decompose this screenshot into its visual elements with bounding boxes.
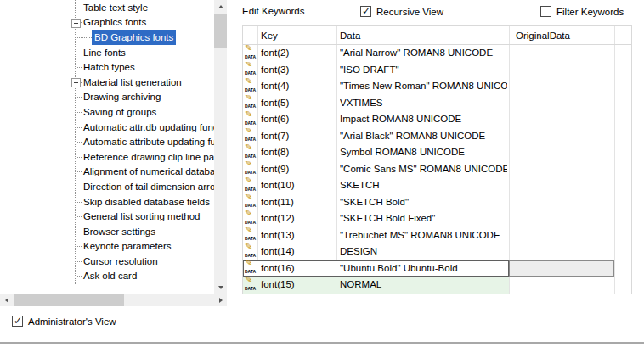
pencil-data-icon[interactable]: DATA bbox=[244, 162, 257, 176]
collapse-box-icon[interactable] bbox=[71, 19, 81, 28]
column-header-originaldata[interactable]: OriginalData bbox=[516, 26, 570, 45]
checkbox-box-icon[interactable] bbox=[540, 6, 551, 17]
recursive-view-checkbox[interactable]: Recursive View bbox=[360, 5, 443, 18]
pencil-data-icon[interactable]: DATA bbox=[244, 212, 257, 226]
data-cell[interactable]: "Times New Roman" ROMAN8 UNICO... bbox=[340, 78, 507, 95]
data-cell[interactable]: SKETCH bbox=[340, 177, 507, 194]
vertical-scroll-thumb[interactable] bbox=[214, 14, 227, 48]
pencil-data-icon[interactable]: DATA bbox=[244, 47, 257, 60]
data-cell[interactable]: VXTIMES bbox=[340, 95, 507, 112]
key-cell[interactable]: font(6) bbox=[261, 111, 336, 128]
table-row[interactable]: DATAfont(4)"Times New Roman" ROMAN8 UNIC… bbox=[243, 78, 631, 95]
table-row[interactable]: DATAfont(15)NORMAL bbox=[243, 277, 631, 294]
data-cell[interactable]: "Arial Narrow" ROMAN8 UNICODE bbox=[340, 45, 507, 62]
table-row[interactable]: DATAfont(16)"Ubuntu Bold" Ubuntu-Bold bbox=[243, 260, 631, 277]
tree-item[interactable]: Saving of groups bbox=[0, 104, 214, 120]
tree-item[interactable]: BD Graphics fonts bbox=[0, 30, 214, 45]
scroll-up-icon[interactable] bbox=[214, 0, 227, 13]
tree-item[interactable]: Browser settings bbox=[0, 224, 214, 239]
table-row[interactable]: DATAfont(13)"Trebuchet MS" ROMAN8 UNICOD… bbox=[243, 227, 631, 244]
pencil-data-icon[interactable]: DATA bbox=[244, 113, 257, 126]
key-cell[interactable]: font(10) bbox=[261, 177, 336, 194]
tree-vertical-scrollbar[interactable] bbox=[214, 0, 227, 294]
data-cell[interactable]: "SKETCH Bold Fixed" bbox=[340, 210, 507, 227]
data-cell[interactable]: "Arial Black" ROMAN8 UNICODE bbox=[340, 128, 507, 145]
checkbox-box-icon[interactable] bbox=[12, 316, 23, 327]
data-cell[interactable]: "Ubuntu Bold" Ubuntu-Bold bbox=[340, 260, 507, 277]
tree-item[interactable]: Hatch types bbox=[0, 59, 214, 75]
key-cell[interactable]: font(5) bbox=[261, 95, 336, 112]
tree-item[interactable]: Table text style bbox=[0, 0, 214, 15]
originaldata-cell[interactable] bbox=[512, 111, 613, 128]
filter-keywords-checkbox[interactable]: Filter Keywords bbox=[540, 5, 624, 18]
originaldata-cell[interactable] bbox=[512, 177, 613, 194]
table-row[interactable]: DATAfont(9)"Comic Sans MS" ROMAN8 UNICOD… bbox=[243, 161, 631, 178]
tree-item[interactable]: Skip disabled database fields bbox=[0, 194, 214, 210]
tree-item[interactable]: Cursor resolution bbox=[0, 254, 214, 269]
pencil-data-icon[interactable]: DATA bbox=[244, 228, 257, 242]
tree-item[interactable]: Reference drawing clip line para bbox=[0, 149, 214, 165]
pencil-data-icon[interactable]: DATA bbox=[244, 261, 257, 275]
key-cell[interactable]: font(14) bbox=[261, 243, 336, 260]
originaldata-cell[interactable] bbox=[512, 260, 613, 277]
data-cell[interactable]: Symbol ROMAN8 UNICODE bbox=[340, 144, 507, 161]
key-cell[interactable]: font(8) bbox=[261, 144, 336, 161]
key-cell[interactable]: font(12) bbox=[261, 210, 336, 227]
tree-item[interactable]: Material list generation bbox=[0, 75, 214, 90]
tree-item[interactable]: Ask old card bbox=[0, 269, 214, 284]
data-cell[interactable]: DESIGN bbox=[340, 243, 507, 260]
table-row[interactable]: DATAfont(3)"ISO DRAFT" bbox=[243, 62, 631, 79]
pencil-data-icon[interactable]: DATA bbox=[244, 96, 257, 109]
table-row[interactable]: DATAfont(14)DESIGN bbox=[243, 243, 631, 260]
pencil-data-icon[interactable]: DATA bbox=[244, 80, 257, 93]
data-cell[interactable]: "ISO DRAFT" bbox=[340, 62, 507, 79]
administrators-view-checkbox[interactable]: Administrator's View bbox=[12, 315, 116, 327]
tree-item[interactable]: Alignment of numerical databas bbox=[0, 165, 214, 180]
pencil-data-icon[interactable]: DATA bbox=[244, 179, 257, 193]
originaldata-cell[interactable] bbox=[512, 210, 613, 227]
tree-item[interactable]: Direction of tail dimension arrow bbox=[0, 179, 214, 194]
scroll-right-icon[interactable] bbox=[214, 294, 227, 306]
table-row[interactable]: DATAfont(2)"Arial Narrow" ROMAN8 UNICODE bbox=[243, 45, 631, 62]
originaldata-cell[interactable] bbox=[512, 95, 613, 112]
table-row[interactable]: DATAfont(11)"SKETCH Bold" bbox=[243, 194, 631, 211]
data-cell[interactable]: Impact ROMAN8 UNICODE bbox=[340, 111, 507, 128]
table-row[interactable]: DATAfont(5)VXTIMES bbox=[243, 95, 631, 112]
tree-item[interactable]: Graphics fonts bbox=[0, 15, 214, 31]
key-cell[interactable]: font(13) bbox=[261, 227, 336, 244]
key-cell[interactable]: font(7) bbox=[261, 128, 336, 145]
key-cell[interactable]: font(9) bbox=[261, 161, 336, 178]
table-row[interactable]: DATAfont(12)"SKETCH Bold Fixed" bbox=[243, 210, 631, 227]
key-cell[interactable]: font(4) bbox=[261, 78, 336, 95]
pencil-data-icon[interactable]: DATA bbox=[244, 129, 257, 143]
tree-item[interactable]: Keynote parameters bbox=[0, 239, 214, 255]
horizontal-scroll-thumb[interactable] bbox=[14, 294, 124, 306]
table-row[interactable]: DATAfont(8)Symbol ROMAN8 UNICODE bbox=[243, 144, 631, 161]
table-row[interactable]: DATAfont(7)"Arial Black" ROMAN8 UNICODE bbox=[243, 128, 631, 145]
tree-item[interactable]: Automatic attribute updating fu bbox=[0, 134, 214, 149]
pencil-data-icon[interactable]: DATA bbox=[244, 245, 257, 259]
originaldata-cell[interactable] bbox=[512, 161, 613, 178]
data-cell[interactable]: "Comic Sans MS" ROMAN8 UNICODE bbox=[340, 161, 507, 178]
key-cell[interactable]: font(16) bbox=[261, 260, 336, 277]
expand-box-icon[interactable] bbox=[71, 78, 81, 87]
originaldata-cell[interactable] bbox=[512, 128, 613, 145]
key-cell[interactable]: font(11) bbox=[261, 194, 336, 211]
pencil-data-icon[interactable]: DATA bbox=[244, 195, 257, 209]
scroll-down-icon[interactable] bbox=[214, 281, 227, 294]
originaldata-cell[interactable] bbox=[512, 194, 613, 211]
tree-horizontal-scrollbar[interactable] bbox=[0, 294, 227, 306]
data-cell[interactable]: "Trebuchet MS" ROMAN8 UNICODE bbox=[340, 227, 507, 244]
column-header-key[interactable]: Key bbox=[261, 26, 278, 45]
key-cell[interactable]: font(2) bbox=[261, 45, 336, 62]
originaldata-cell[interactable] bbox=[512, 144, 613, 161]
originaldata-cell[interactable] bbox=[512, 243, 613, 260]
tree-item[interactable]: General list sorting method bbox=[0, 209, 214, 224]
originaldata-cell[interactable] bbox=[512, 45, 613, 62]
tree-item[interactable]: Drawing archiving bbox=[0, 90, 214, 105]
originaldata-cell[interactable] bbox=[512, 62, 613, 79]
tree-item[interactable]: Automatic attr.db updating func bbox=[0, 120, 214, 135]
data-cell[interactable]: NORMAL bbox=[340, 277, 507, 294]
data-cell[interactable]: "SKETCH Bold" bbox=[340, 194, 507, 211]
scroll-left-icon[interactable] bbox=[0, 294, 13, 306]
